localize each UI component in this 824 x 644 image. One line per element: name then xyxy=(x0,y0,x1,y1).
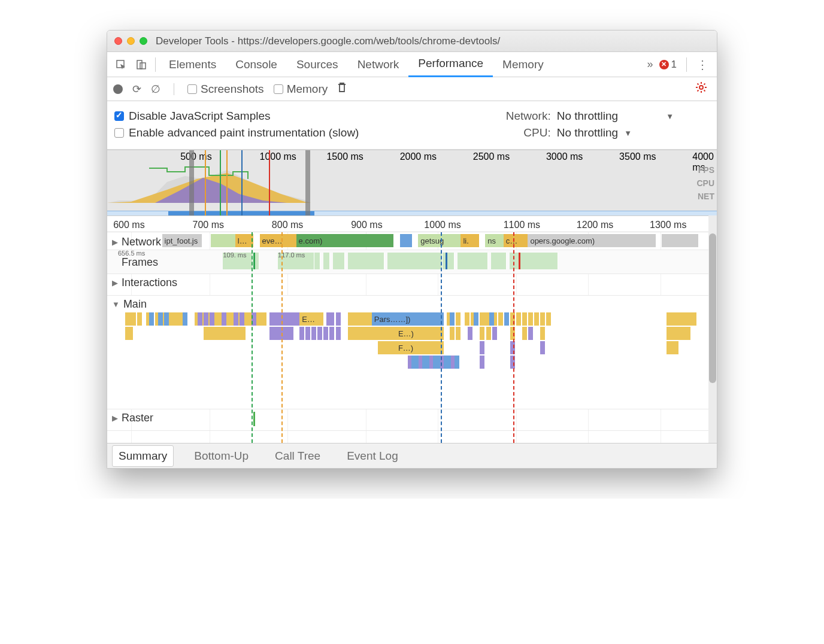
flame-bar[interactable] xyxy=(456,312,461,326)
network-track[interactable]: ▶ Network ipt_foot.jsl…eve…e.com)getsugl… xyxy=(107,232,717,250)
cpu-select[interactable]: No throttling xyxy=(557,126,618,139)
flame-bar[interactable] xyxy=(450,327,455,340)
details-tab-summary[interactable]: Summary xyxy=(112,445,174,467)
flame-bar[interactable] xyxy=(372,327,396,340)
flame-bar[interactable] xyxy=(504,312,509,326)
disclosure-icon[interactable]: ▶ xyxy=(112,414,118,423)
flame-bar[interactable] xyxy=(667,341,678,354)
network-request-bar[interactable]: opers.google.com) xyxy=(528,234,656,247)
tab-performance[interactable]: Performance xyxy=(408,52,493,77)
settings-gear-icon[interactable] xyxy=(695,81,711,96)
flame-bar[interactable] xyxy=(329,327,334,340)
disclosure-icon[interactable]: ▶ xyxy=(112,238,118,247)
close-button[interactable] xyxy=(114,37,122,45)
network-request-bar[interactable]: l… xyxy=(235,234,254,247)
flame-bar[interactable]: E… xyxy=(299,312,323,326)
flame-bar[interactable] xyxy=(498,312,503,326)
frame-segment[interactable] xyxy=(333,253,345,269)
scrollbar-thumb[interactable] xyxy=(709,233,716,383)
frame-segment[interactable] xyxy=(323,253,329,269)
flame-bar[interactable] xyxy=(450,312,455,326)
details-tab-call-tree[interactable]: Call Tree xyxy=(269,446,326,466)
frames-track[interactable]: 656.5 ms Frames 109. ms117.0 ms xyxy=(107,250,717,274)
flame-bar[interactable] xyxy=(522,327,527,340)
flame-bar[interactable]: Pars……]) xyxy=(372,312,444,326)
network-request-bar[interactable] xyxy=(662,234,698,247)
flame-bar[interactable] xyxy=(480,356,484,369)
flame-bar[interactable] xyxy=(222,312,226,326)
overview-handle-left[interactable] xyxy=(189,150,194,215)
flame-bar[interactable] xyxy=(465,312,469,326)
flame-bar[interactable] xyxy=(510,327,515,340)
flame-bar[interactable] xyxy=(486,327,491,340)
flame-bar[interactable] xyxy=(336,312,341,326)
flame-bar[interactable] xyxy=(546,312,551,326)
flame-bar[interactable] xyxy=(667,327,690,340)
network-request-bar[interactable] xyxy=(211,234,235,247)
flame-bar[interactable] xyxy=(240,312,244,326)
flame-bar[interactable] xyxy=(540,341,545,354)
flame-bar[interactable] xyxy=(480,341,484,354)
trash-icon[interactable] xyxy=(337,82,347,96)
flame-bar[interactable] xyxy=(468,327,472,340)
memory-checkbox[interactable]: Memory xyxy=(274,83,328,96)
network-request-bar[interactable]: li. xyxy=(461,234,479,247)
device-toggle-icon[interactable] xyxy=(131,52,152,77)
flame-bar[interactable] xyxy=(510,341,515,354)
frame-segment[interactable] xyxy=(443,253,455,269)
flame-bar[interactable] xyxy=(516,312,521,326)
flame-bar[interactable] xyxy=(528,327,533,340)
flame-bar[interactable] xyxy=(198,312,202,326)
tab-memory[interactable]: Memory xyxy=(493,52,553,77)
frame-segment[interactable] xyxy=(348,253,384,269)
flame-bar[interactable] xyxy=(164,312,169,326)
minimize-button[interactable] xyxy=(127,37,135,45)
disclosure-icon[interactable]: ▼ xyxy=(112,300,120,309)
main-track[interactable]: ▼ Main E…Pars……])E…)F…) xyxy=(107,296,717,409)
flame-bar[interactable] xyxy=(489,312,494,326)
flame-bar[interactable] xyxy=(234,312,238,326)
maximize-button[interactable] xyxy=(140,37,147,45)
flame-bar[interactable] xyxy=(510,356,515,369)
record-button[interactable] xyxy=(113,84,123,94)
flame-bar[interactable] xyxy=(210,312,214,326)
frame-segment[interactable] xyxy=(314,253,320,269)
flame-bar[interactable] xyxy=(158,312,163,326)
flame-bar[interactable] xyxy=(492,327,497,340)
reload-icon[interactable]: ⟳ xyxy=(132,83,141,96)
inspect-icon[interactable] xyxy=(111,52,131,77)
frame-segment[interactable] xyxy=(491,253,506,269)
flame-bar[interactable] xyxy=(522,312,527,326)
enable-paint-checkbox[interactable] xyxy=(114,128,124,138)
flame-bar[interactable] xyxy=(317,327,322,340)
network-request-bar[interactable] xyxy=(400,234,412,247)
flame-bar[interactable] xyxy=(455,356,459,369)
flame-bar[interactable] xyxy=(348,312,372,326)
network-request-bar[interactable]: ns xyxy=(485,234,504,247)
screenshots-checkbox[interactable]: Screenshots xyxy=(187,83,264,96)
flame-bar[interactable] xyxy=(323,327,328,340)
more-tabs-icon[interactable]: » xyxy=(647,58,653,71)
flame-bar[interactable] xyxy=(474,312,478,326)
flame-bar[interactable]: E…) xyxy=(396,327,444,340)
interactions-track[interactable]: ▶ Interactions xyxy=(107,274,717,296)
network-request-bar[interactable]: eve… xyxy=(260,234,296,247)
tab-console[interactable]: Console xyxy=(226,52,287,77)
tab-sources[interactable]: Sources xyxy=(287,52,348,77)
flame-bar[interactable] xyxy=(378,341,396,354)
network-select[interactable]: No throttling xyxy=(557,110,618,123)
flame-bar[interactable] xyxy=(348,327,372,340)
flame-bar[interactable] xyxy=(204,327,246,340)
frame-segment[interactable] xyxy=(387,253,443,269)
flame-bar[interactable] xyxy=(528,312,533,326)
flame-bar[interactable] xyxy=(329,312,334,326)
overview-timeline[interactable]: 500 ms1000 ms1500 ms2000 ms2500 ms3000 m… xyxy=(107,150,717,215)
flame-bar[interactable] xyxy=(534,312,539,326)
details-tab-event-log[interactable]: Event Log xyxy=(341,446,404,466)
vertical-scrollbar[interactable] xyxy=(708,215,717,443)
overview-handle-right[interactable] xyxy=(305,150,310,215)
flame-bar[interactable] xyxy=(336,327,341,340)
flame-bar[interactable] xyxy=(510,312,515,326)
flame-bar[interactable] xyxy=(137,312,142,326)
flame-bar[interactable] xyxy=(480,327,484,340)
